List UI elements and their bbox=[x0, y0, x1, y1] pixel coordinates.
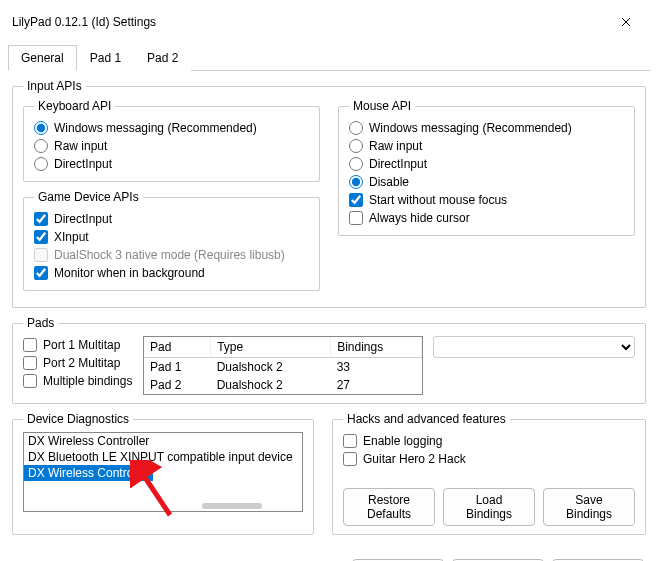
mouse-startfocus-check[interactable]: Start without mouse focus bbox=[349, 191, 624, 209]
list-item[interactable]: DX Bluetooth LE XINPUT compatible input … bbox=[24, 449, 302, 465]
enable-logging-check[interactable]: Enable logging bbox=[343, 432, 635, 450]
restore-defaults-button[interactable]: Restore Defaults bbox=[343, 488, 435, 526]
mouse-api-group: Mouse API Windows messaging (Recommended… bbox=[338, 99, 635, 236]
window-title: LilyPad 0.12.1 (Id) Settings bbox=[12, 15, 156, 29]
pads-legend: Pads bbox=[23, 316, 58, 330]
pad-type-select[interactable] bbox=[433, 336, 635, 358]
col-type[interactable]: Type bbox=[211, 337, 331, 358]
game-device-legend: Game Device APIs bbox=[34, 190, 143, 204]
tab-general[interactable]: General bbox=[8, 45, 77, 71]
save-bindings-button[interactable]: Save Bindings bbox=[543, 488, 635, 526]
port1-multitap-check[interactable]: Port 1 Multitap bbox=[23, 336, 133, 354]
gd-ds3-check: DualShock 3 native mode (Requires libusb… bbox=[34, 246, 309, 264]
mouse-wm-radio[interactable]: Windows messaging (Recommended) bbox=[349, 119, 624, 137]
scrollbar-thumb[interactable] bbox=[202, 503, 262, 509]
close-icon bbox=[621, 17, 631, 27]
keyboard-wm-radio[interactable]: Windows messaging (Recommended) bbox=[34, 119, 309, 137]
multiple-bindings-check[interactable]: Multiple bindings bbox=[23, 372, 133, 390]
diagnostics-list[interactable]: DX Wireless Controller DX Bluetooth LE X… bbox=[23, 432, 303, 512]
mouse-api-legend: Mouse API bbox=[349, 99, 415, 113]
keyboard-api-legend: Keyboard API bbox=[34, 99, 115, 113]
mouse-di-radio[interactable]: DirectInput bbox=[349, 155, 624, 173]
gd-xinput-check[interactable]: XInput bbox=[34, 228, 309, 246]
diagnostics-legend: Device Diagnostics bbox=[23, 412, 133, 426]
table-row[interactable]: Pad 1 Dualshock 2 33 bbox=[144, 358, 422, 377]
hacks-group: Hacks and advanced features Enable loggi… bbox=[332, 412, 646, 535]
load-bindings-button[interactable]: Load Bindings bbox=[443, 488, 535, 526]
input-apis-group: Input APIs Keyboard API Windows messagin… bbox=[12, 79, 646, 308]
close-button[interactable] bbox=[606, 8, 646, 36]
tab-pad1[interactable]: Pad 1 bbox=[77, 45, 134, 71]
list-item[interactable]: DX Wireless Controller bbox=[24, 433, 302, 449]
col-pad[interactable]: Pad bbox=[144, 337, 211, 358]
hacks-legend: Hacks and advanced features bbox=[343, 412, 510, 426]
gd-directinput-check[interactable]: DirectInput bbox=[34, 210, 309, 228]
keyboard-di-radio[interactable]: DirectInput bbox=[34, 155, 309, 173]
table-row[interactable]: Pad 2 Dualshock 2 27 bbox=[144, 376, 422, 394]
gh2-hack-check[interactable]: Guitar Hero 2 Hack bbox=[343, 450, 635, 468]
tab-strip: General Pad 1 Pad 2 bbox=[8, 44, 650, 71]
port2-multitap-check[interactable]: Port 2 Multitap bbox=[23, 354, 133, 372]
pads-group: Pads Port 1 Multitap Port 2 Multitap Mul… bbox=[12, 316, 646, 404]
mouse-hide-check[interactable]: Always hide cursor bbox=[349, 209, 624, 227]
list-item[interactable]: DX Wireless Controller bbox=[24, 465, 153, 481]
col-bindings[interactable]: Bindings bbox=[331, 337, 422, 358]
diagnostics-group: Device Diagnostics DX Wireless Controlle… bbox=[12, 412, 314, 535]
gd-monitor-check[interactable]: Monitor when in background bbox=[34, 264, 309, 282]
keyboard-api-group: Keyboard API Windows messaging (Recommen… bbox=[23, 99, 320, 182]
pads-table[interactable]: Pad Type Bindings Pad 1 Dualshock 2 33 P… bbox=[143, 336, 423, 395]
keyboard-raw-radio[interactable]: Raw input bbox=[34, 137, 309, 155]
mouse-disable-radio[interactable]: Disable bbox=[349, 173, 624, 191]
game-device-group: Game Device APIs DirectInput XInput Dual… bbox=[23, 190, 320, 291]
tab-pad2[interactable]: Pad 2 bbox=[134, 45, 191, 71]
mouse-raw-radio[interactable]: Raw input bbox=[349, 137, 624, 155]
input-apis-legend: Input APIs bbox=[23, 79, 86, 93]
